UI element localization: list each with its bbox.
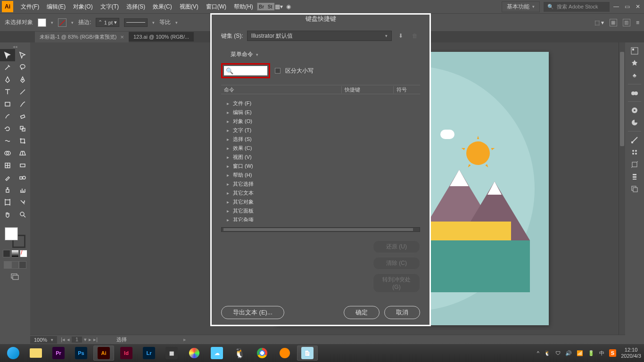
- cmd-file[interactable]: ▸文件 (F): [221, 99, 420, 108]
- tray-sogou-icon[interactable]: S: [609, 349, 616, 357]
- tab-close-icon[interactable]: ×: [120, 33, 124, 41]
- symbol-sprayer-tool[interactable]: [0, 184, 15, 196]
- cmd-window[interactable]: ▸窗口 (W): [221, 162, 420, 171]
- scroll-indicator[interactable]: ▸: [183, 337, 186, 343]
- task-chrome[interactable]: [252, 346, 272, 361]
- bridge-icon[interactable]: Br: [257, 3, 266, 10]
- graph-tool[interactable]: [15, 184, 30, 196]
- tray-wifi-icon[interactable]: 📶: [577, 350, 583, 356]
- tab-doc1[interactable]: 未标题-1 @ 83% (RGB/像素预览)×: [35, 32, 129, 42]
- task-app3[interactable]: ☁: [206, 346, 227, 361]
- gradient-tool[interactable]: [15, 159, 30, 172]
- blend-tool[interactable]: [15, 172, 30, 184]
- set-dropdown[interactable]: Illustrator 默认值▾: [247, 31, 392, 41]
- stroke-panel-icon[interactable]: [628, 134, 641, 146]
- menu-view[interactable]: 视图(V): [176, 0, 202, 13]
- curvature-tool[interactable]: [15, 74, 30, 86]
- stroke-swatch[interactable]: [58, 18, 66, 27]
- task-qq[interactable]: 🐧: [229, 346, 250, 361]
- task-explorer[interactable]: [25, 346, 46, 361]
- cmd-other-select[interactable]: ▸其它选择: [221, 180, 420, 189]
- screen-mode[interactable]: [2, 273, 28, 280]
- free-transform-tool[interactable]: [15, 135, 30, 147]
- swatches-panel-icon[interactable]: [628, 117, 641, 128]
- transform-panel-icon[interactable]: [628, 159, 641, 170]
- transform-icon[interactable]: ▦: [610, 19, 617, 26]
- fill-stroke-indicator[interactable]: [5, 227, 25, 248]
- align-icon[interactable]: ⬚ ▾: [594, 19, 604, 26]
- type-tool[interactable]: [0, 86, 15, 98]
- mesh-tool[interactable]: [0, 159, 15, 172]
- artboard-nav[interactable]: |◂◂1▾▸▸|: [61, 337, 98, 343]
- cmd-select[interactable]: ▸选择 (S): [221, 135, 420, 144]
- menu-file[interactable]: 文件(F): [17, 0, 43, 13]
- export-text-button[interactable]: 导出文本 (E)...: [221, 306, 284, 319]
- maximize-button[interactable]: ▭: [625, 3, 630, 10]
- close-button[interactable]: ✕: [636, 3, 640, 10]
- task-app4[interactable]: [274, 346, 295, 361]
- isolate-icon[interactable]: ▥: [623, 19, 630, 26]
- line-tool[interactable]: [15, 86, 30, 98]
- menu-window[interactable]: 窗口(W): [202, 0, 230, 13]
- zoom-tool[interactable]: [15, 208, 30, 221]
- none-mode[interactable]: /: [20, 250, 27, 257]
- workspace-switcher[interactable]: 基本功能▾: [502, 1, 540, 12]
- shortcut-search-input[interactable]: [234, 67, 263, 74]
- scale-tool[interactable]: [15, 123, 30, 135]
- panel-menu-icon[interactable]: ≡: [636, 19, 639, 26]
- symbols-panel-icon[interactable]: [628, 147, 641, 158]
- gpu-icon[interactable]: ◉: [284, 2, 293, 11]
- cmd-edit[interactable]: ▸编辑 (E): [221, 108, 420, 117]
- direct-selection-tool[interactable]: [15, 49, 30, 61]
- task-notepad[interactable]: 📄: [297, 346, 318, 361]
- shape-builder-tool[interactable]: [0, 147, 15, 159]
- stroke-weight[interactable]: ⌃1 pt▾: [96, 18, 119, 27]
- stroke-style[interactable]: [124, 18, 148, 27]
- stock-search[interactable]: 🔍搜索 Adobe Stock: [544, 2, 610, 12]
- libraries-panel-icon[interactable]: [628, 58, 641, 69]
- save-set-icon[interactable]: ⬇: [396, 31, 406, 41]
- task-premiere[interactable]: Pr: [48, 346, 69, 361]
- artboard-tool[interactable]: [0, 196, 15, 208]
- width-tool[interactable]: [0, 135, 15, 147]
- rotate-tool[interactable]: [0, 123, 15, 135]
- draw-modes[interactable]: [2, 261, 28, 269]
- cmd-type[interactable]: ▸文字 (T): [221, 126, 420, 135]
- gradient-mode[interactable]: [11, 250, 19, 257]
- menu-type[interactable]: 文字(T): [97, 0, 123, 13]
- task-app1[interactable]: ▦: [161, 346, 182, 361]
- menu-help[interactable]: 帮助(H): [230, 0, 257, 13]
- cmd-other-panel[interactable]: ▸其它面板: [221, 206, 420, 215]
- ok-button[interactable]: 确定: [344, 306, 380, 319]
- task-lightroom[interactable]: Lr: [139, 346, 159, 361]
- cancel-button[interactable]: 取消: [384, 306, 420, 319]
- type-dropdown[interactable]: 菜单命令▾: [231, 50, 258, 58]
- fill-color[interactable]: [5, 227, 18, 240]
- tray-volume-icon[interactable]: 🔊: [565, 350, 572, 356]
- layers-panel-icon[interactable]: [628, 183, 641, 195]
- tray-ime[interactable]: 中: [599, 350, 604, 357]
- color-panel-icon[interactable]: [628, 105, 641, 116]
- cmd-other-object[interactable]: ▸其它对象: [221, 197, 420, 206]
- tab-doc2[interactable]: 123.ai @ 100% (RGB/...: [129, 32, 194, 41]
- tray-up-icon[interactable]: ^: [537, 350, 539, 356]
- case-checkbox[interactable]: [275, 68, 281, 74]
- paintbrush-tool[interactable]: [15, 98, 30, 110]
- menu-select[interactable]: 选择(S): [123, 0, 149, 13]
- cmd-other-misc[interactable]: ▸其它杂项: [221, 215, 420, 222]
- list-scrollbar[interactable]: [221, 227, 420, 232]
- color-mode[interactable]: [3, 250, 10, 257]
- brushes-panel-icon[interactable]: ♣: [628, 70, 641, 81]
- shaper-tool[interactable]: [0, 110, 15, 123]
- appearance-panel-icon[interactable]: [628, 171, 641, 182]
- cmd-object[interactable]: ▸对象 (O): [221, 117, 420, 126]
- col-command[interactable]: 命令: [221, 86, 341, 93]
- selection-tool[interactable]: [0, 49, 15, 61]
- lasso-tool[interactable]: [15, 61, 30, 74]
- cmd-effect[interactable]: ▸效果 (C): [221, 144, 420, 153]
- tray-qq-icon[interactable]: 🐧: [544, 350, 551, 356]
- slice-tool[interactable]: [15, 196, 30, 208]
- magic-wand-tool[interactable]: [0, 61, 15, 74]
- properties-panel-icon[interactable]: [628, 45, 641, 57]
- rectangle-tool[interactable]: [0, 98, 15, 110]
